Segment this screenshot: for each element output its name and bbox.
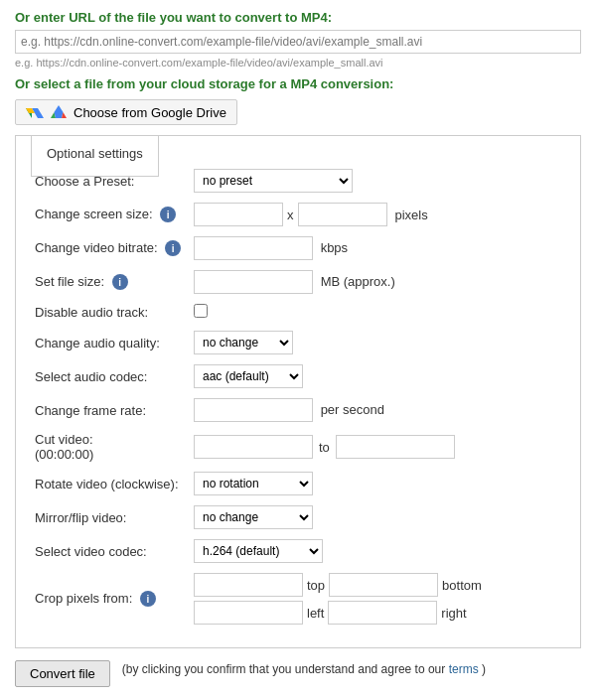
- audio-codec-row: Select audio codec: aac (default): [31, 362, 565, 390]
- crop-right-label: right: [441, 606, 466, 621]
- pixels-label: pixels: [395, 208, 428, 222]
- cut-from-input[interactable]: [194, 435, 313, 459]
- bitrate-info-icon[interactable]: i: [165, 240, 181, 256]
- preset-cell: no preset: [190, 167, 565, 195]
- filesize-cell: MB (approx.): [190, 268, 565, 296]
- crop-right-input[interactable]: [328, 601, 437, 625]
- gdrive-button[interactable]: Choose from Google Drive: [15, 99, 237, 125]
- bitrate-row: Change video bitrate: i kbps: [31, 234, 565, 262]
- url-hint: e.g. https://cdn.online-convert.com/exam…: [15, 57, 581, 69]
- screen-size-row: Change screen size: i x pixels: [31, 201, 565, 228]
- audio-codec-select[interactable]: aac (default): [194, 364, 303, 388]
- audio-quality-select[interactable]: no change: [194, 331, 293, 354]
- framerate-input[interactable]: [194, 398, 313, 422]
- mirror-cell: no change: [190, 503, 565, 531]
- gdrive-icon: [26, 104, 44, 120]
- crop-top-input[interactable]: [194, 573, 303, 597]
- gdrive-button-label: Choose from Google Drive: [74, 105, 226, 120]
- svg-marker-6: [55, 105, 64, 118]
- crop-left-label: left: [307, 606, 324, 621]
- mirror-select[interactable]: no change: [194, 505, 313, 529]
- cloud-label: Or select a file from your cloud storage…: [15, 76, 581, 91]
- preset-select[interactable]: no preset: [194, 169, 353, 193]
- terms-link[interactable]: terms: [449, 662, 479, 676]
- framerate-cell: per second: [190, 396, 565, 424]
- audio-quality-label: Change audio quality:: [31, 329, 190, 356]
- disable-audio-cell: [190, 302, 565, 323]
- filesize-label: Set file size: i: [31, 268, 190, 296]
- fps-label: per second: [321, 402, 384, 417]
- settings-table: Choose a Preset: no preset Change screen…: [31, 161, 565, 632]
- vcodec-label: Select video codec:: [31, 537, 190, 565]
- screen-height-input[interactable]: [298, 203, 387, 226]
- cut-video-hint: (00:00:00): [35, 447, 186, 462]
- x-separator: x: [287, 208, 294, 222]
- bottom-bar: Convert file (by clicking you confirm th…: [15, 660, 581, 687]
- filesize-row: Set file size: i MB (approx.): [31, 268, 565, 296]
- disable-audio-label: Disable audio track:: [31, 302, 190, 323]
- convert-button[interactable]: Convert file: [15, 660, 110, 687]
- framerate-row: Change frame rate: per second: [31, 396, 565, 424]
- crop-bottom-label: bottom: [442, 578, 482, 593]
- optional-settings-panel: Optional settings Choose a Preset: no pr…: [15, 135, 581, 648]
- audio-quality-row: Change audio quality: no change: [31, 329, 565, 356]
- kbps-label: kbps: [321, 240, 348, 255]
- crop-left-input[interactable]: [194, 601, 303, 625]
- audio-codec-label: Select audio codec:: [31, 362, 190, 390]
- crop-top-label: top: [307, 578, 325, 593]
- vcodec-row: Select video codec: h.264 (default): [31, 537, 565, 565]
- screen-width-input[interactable]: [194, 203, 283, 226]
- framerate-label: Change frame rate:: [31, 396, 190, 424]
- vcodec-select[interactable]: h.264 (default): [194, 539, 323, 563]
- url-input[interactable]: [15, 30, 581, 54]
- screen-size-info-icon[interactable]: i: [160, 207, 176, 222]
- screen-size-cell: x pixels: [190, 201, 565, 228]
- bitrate-label: Change video bitrate: i: [31, 234, 190, 262]
- crop-bottom-input[interactable]: [329, 573, 438, 597]
- mirror-row: Mirror/flip video: no change: [31, 503, 565, 531]
- cut-video-label: Cut video: (00:00:00): [31, 430, 190, 464]
- crop-label: Crop pixels from: i: [31, 571, 190, 627]
- disable-audio-row: Disable audio track:: [31, 302, 565, 323]
- gdrive-logo-icon: [50, 104, 68, 120]
- rotate-row: Rotate video (clockwise): no rotation: [31, 470, 565, 497]
- screen-size-label: Change screen size: i: [31, 201, 190, 228]
- audio-quality-cell: no change: [190, 329, 565, 356]
- bitrate-input[interactable]: [194, 236, 313, 260]
- filesize-info-icon[interactable]: i: [112, 274, 128, 290]
- cut-video-row: Cut video: (00:00:00) to: [31, 430, 565, 464]
- mb-label: MB (approx.): [321, 274, 395, 289]
- crop-row: Crop pixels from: i top bottom left rig: [31, 571, 565, 627]
- cut-video-cell: to: [190, 430, 565, 464]
- mirror-label: Mirror/flip video:: [31, 503, 190, 531]
- filesize-input[interactable]: [194, 270, 313, 294]
- rotate-select[interactable]: no rotation: [194, 472, 313, 495]
- crop-info-icon[interactable]: i: [140, 591, 156, 607]
- rotate-label: Rotate video (clockwise):: [31, 470, 190, 497]
- cut-to-label: to: [319, 440, 330, 455]
- url-label: Or enter URL of the file you want to con…: [15, 10, 581, 25]
- audio-codec-cell: aac (default): [190, 362, 565, 390]
- optional-settings-legend: Optional settings: [31, 135, 159, 177]
- cut-to-input[interactable]: [336, 435, 455, 459]
- terms-text: (by clicking you confirm that you unders…: [122, 660, 486, 678]
- crop-cell: top bottom left right: [190, 571, 565, 627]
- bitrate-cell: kbps: [190, 234, 565, 262]
- vcodec-cell: h.264 (default): [190, 537, 565, 565]
- disable-audio-checkbox[interactable]: [194, 304, 208, 318]
- rotate-cell: no rotation: [190, 470, 565, 497]
